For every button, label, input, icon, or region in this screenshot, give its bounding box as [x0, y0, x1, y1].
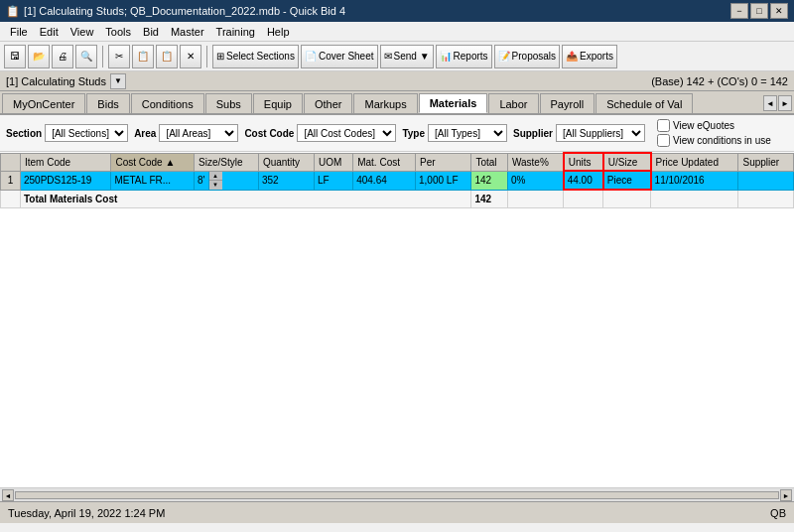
tab-markups[interactable]: Markups — [353, 93, 417, 113]
tab-other[interactable]: Other — [304, 93, 353, 113]
tab-subs[interactable]: Subs — [205, 93, 252, 113]
status-bar: Tuesday, April 19, 2022 1:24 PM QB — [0, 501, 794, 523]
cell-total[interactable]: 142 — [471, 171, 508, 190]
area-select[interactable]: [All Areas] — [159, 124, 238, 142]
preview-button[interactable]: 🔍 — [75, 45, 97, 68]
size-down-arrow[interactable]: ▼ — [209, 181, 222, 190]
cell-units[interactable]: 44.00 — [564, 171, 603, 190]
cell-total-value: 142 — [471, 190, 508, 207]
tab-myoncenter[interactable]: MyOnCenter — [2, 93, 85, 113]
cut-button[interactable]: ✂ — [108, 45, 130, 68]
tab-schedule[interactable]: Schedule of Val — [596, 93, 693, 113]
title-bar: 📋 [1] Calculating Studs; QB_Documentatio… — [0, 0, 794, 22]
col-size[interactable]: Size/Style — [195, 153, 259, 171]
scroll-left-button[interactable]: ◄ — [2, 489, 14, 501]
copy-button[interactable]: 📋 — [132, 45, 154, 68]
view-conditions-checkbox-label: View conditions in use — [657, 134, 771, 147]
cell-per[interactable]: 1,000 LF — [416, 171, 471, 190]
menu-training[interactable]: Training — [210, 24, 261, 40]
col-costcode[interactable]: Cost Code ▲ — [111, 153, 195, 171]
col-waste[interactable]: Waste% — [507, 153, 563, 171]
cell-quantity[interactable]: 352 — [258, 171, 314, 190]
cell-total-empty1 — [507, 190, 563, 207]
size-up-arrow[interactable]: ▲ — [209, 172, 222, 181]
sub-header-dropdown[interactable]: ▼ — [110, 73, 126, 89]
scrollbar-track[interactable] — [15, 491, 779, 499]
col-matcost[interactable]: Mat. Cost — [353, 153, 416, 171]
tabs-scroll-right[interactable]: ► — [778, 95, 792, 111]
col-num — [1, 153, 21, 171]
cell-total-empty5 — [738, 190, 794, 207]
col-priceupdated[interactable]: Price Updated — [651, 153, 738, 171]
tabs-scroll-left[interactable]: ◄ — [763, 95, 777, 111]
horizontal-scrollbar-area[interactable]: ◄ ► — [0, 487, 794, 501]
sub-header-right: (Base) 142 + (CO's) 0 = 142 — [651, 75, 788, 87]
section-label: Section — [6, 128, 42, 139]
cell-supplier[interactable] — [738, 171, 794, 190]
tab-equip[interactable]: Equip — [253, 93, 303, 113]
cell-size[interactable]: 8' ▲ ▼ — [195, 171, 259, 190]
table-row[interactable]: 1 250PDS125-19 METAL FR... 8' ▲ ▼ 352 LF… — [1, 171, 794, 190]
tab-conditions[interactable]: Conditions — [131, 93, 204, 113]
status-app: QB — [770, 507, 786, 519]
cell-total-empty2 — [564, 190, 603, 207]
cover-sheet-button[interactable]: 📄Cover Sheet — [301, 45, 378, 68]
cell-usize[interactable]: Piece — [603, 171, 651, 190]
sub-header: [1] Calculating Studs ▼ (Base) 142 + (CO… — [0, 71, 794, 91]
col-itemcode[interactable]: Item Code — [21, 153, 111, 171]
col-units[interactable]: Units — [564, 153, 603, 171]
supplier-select[interactable]: [All Suppliers] — [556, 124, 645, 142]
cell-costcode[interactable]: METAL FR... — [111, 171, 195, 190]
section-select[interactable]: [All Sections] — [45, 124, 128, 142]
cell-itemcode[interactable]: 250PDS125-19 — [21, 171, 111, 190]
view-conditions-checkbox[interactable] — [657, 134, 670, 147]
print-button[interactable]: 🖨 — [52, 45, 73, 68]
col-supplier[interactable]: Supplier — [738, 153, 794, 171]
supplier-label: Supplier — [513, 128, 553, 139]
scroll-right-button[interactable]: ► — [780, 489, 792, 501]
maximize-button[interactable]: □ — [750, 3, 768, 19]
minimize-button[interactable]: − — [730, 3, 748, 19]
col-total[interactable]: Total — [471, 153, 508, 171]
open-button[interactable]: 📂 — [28, 45, 50, 68]
tab-labor[interactable]: Labor — [488, 93, 538, 113]
send-button[interactable]: ✉Send ▼ — [380, 45, 434, 68]
tab-materials[interactable]: Materials — [419, 93, 488, 113]
tab-bids[interactable]: Bids — [86, 93, 129, 113]
close-button[interactable]: ✕ — [770, 3, 788, 19]
reports-button[interactable]: 📊Reports — [436, 45, 492, 68]
col-uom[interactable]: UOM — [314, 153, 352, 171]
menu-bar: File Edit View Tools Bid Master Training… — [0, 22, 794, 42]
cell-total-label: Total Materials Cost — [21, 190, 471, 207]
cell-matcost[interactable]: 404.64 — [353, 171, 416, 190]
cell-total-blank — [1, 190, 21, 207]
col-quantity[interactable]: Quantity — [258, 153, 314, 171]
cell-uom[interactable]: LF — [314, 171, 352, 190]
menu-help[interactable]: Help — [261, 24, 296, 40]
cell-waste[interactable]: 0% — [507, 171, 563, 190]
status-datetime: Tuesday, April 19, 2022 1:24 PM — [8, 507, 165, 519]
proposals-button[interactable]: 📝Proposals — [494, 45, 560, 68]
cell-rownum: 1 — [1, 171, 21, 190]
cell-priceupdated[interactable]: 11/10/2016 — [651, 171, 738, 190]
menu-file[interactable]: File — [4, 24, 34, 40]
sub-header-title: [1] Calculating Studs — [6, 75, 106, 87]
col-per[interactable]: Per — [416, 153, 471, 171]
tabs-bar: MyOnCenter Bids Conditions Subs Equip Ot… — [0, 91, 794, 115]
delete-button[interactable]: ✕ — [180, 45, 201, 68]
menu-tools[interactable]: Tools — [99, 24, 137, 40]
exports-button[interactable]: 📤Exports — [562, 45, 617, 68]
col-usize[interactable]: U/Size — [603, 153, 651, 171]
tab-payroll[interactable]: Payroll — [540, 93, 596, 113]
costcode-select[interactable]: [All Cost Codes] — [297, 124, 396, 142]
type-select[interactable]: [All Types] — [428, 124, 507, 142]
paste-button[interactable]: 📋 — [156, 45, 178, 68]
menu-view[interactable]: View — [65, 24, 100, 40]
menu-master[interactable]: Master — [165, 24, 210, 40]
menu-edit[interactable]: Edit — [34, 24, 65, 40]
new-button[interactable]: 🖫 — [4, 45, 26, 68]
menu-bid[interactable]: Bid — [137, 24, 165, 40]
select-sections-button[interactable]: ⊞Select Sections — [212, 45, 299, 68]
view-equotes-checkbox[interactable] — [657, 119, 670, 132]
app-icon: 📋 — [6, 5, 20, 18]
